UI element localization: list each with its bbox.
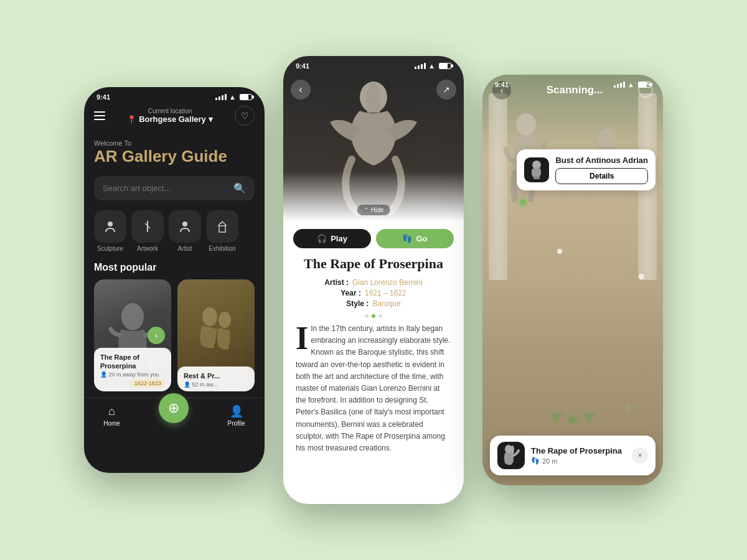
ar-info-card: Bust of Antinous Adrian Details <box>517 149 655 190</box>
artwork-card-2[interactable]: Rest & Pr... 👤 52 m aw... <box>177 279 255 391</box>
categories-row: Sculpture Artwork Artist Exhibition <box>84 208 265 259</box>
status-bar-3: 9:41 ▲ <box>482 75 663 91</box>
location-name: Borhgese Gallery <box>139 114 206 124</box>
hide-button[interactable]: ⌃ Hide <box>357 205 390 215</box>
sculpture-icon <box>94 210 126 243</box>
welcome-text: Welcome To <box>94 139 255 147</box>
svg-rect-4 <box>219 226 225 232</box>
artwork-name-2: Rest & Pr... <box>184 371 248 380</box>
home-header: Current location 📍 Borhgese Gallery ▾ ♡ <box>84 103 265 132</box>
phone-detail: 9:41 ▲ ‹ ↗ ⌃ Hide 🎧 Pl <box>283 56 464 504</box>
triangle-1 <box>550 413 563 423</box>
artworks-row: › The Rape ofProserpina 👤 20 m away from… <box>94 279 255 391</box>
ar-scan-button[interactable]: ⊕ <box>159 393 189 423</box>
ar-details-button[interactable]: Details <box>555 168 648 184</box>
battery-icon-3 <box>638 82 651 88</box>
footsteps-icon: 👣 <box>402 234 412 243</box>
status-icons-1: ▲ <box>215 93 252 101</box>
triangle-3 <box>583 413 595 423</box>
artwork-detail-content: The Rape of Proserpina Artist : Gian Lor… <box>283 253 464 464</box>
ar-bottom-title: The Rape of Proserpina <box>531 446 626 455</box>
status-bar-1: 9:41 ▲ <box>84 87 265 103</box>
artwork-meta-2: 👤 52 m aw... <box>184 381 248 388</box>
exhibition-icon <box>206 210 238 243</box>
status-bar-2: 9:41 ▲ <box>283 56 464 72</box>
wifi-icon-3: ▲ <box>627 81 634 88</box>
wifi-icon-2: ▲ <box>428 62 435 70</box>
search-icon: 🔍 <box>233 182 246 194</box>
ar-dot-white-1 <box>557 249 562 254</box>
favorites-button[interactable]: ♡ <box>235 106 255 126</box>
ar-card-close-button[interactable]: × <box>632 447 648 464</box>
page-dots <box>296 314 451 318</box>
ar-bottom-card: The Rape of Proserpina 👣 20 m × <box>490 436 655 475</box>
ar-dot-tan-1 <box>626 404 632 411</box>
svg-point-3 <box>182 222 187 226</box>
status-time-2: 9:41 <box>296 62 309 70</box>
location-block: Current location 📍 Borhgese Gallery ▾ <box>127 108 213 124</box>
svg-point-15 <box>505 445 512 454</box>
back-button[interactable]: ‹ <box>291 80 311 100</box>
nav-home[interactable]: ⌂ Home <box>103 405 120 427</box>
svg-point-7 <box>202 307 217 326</box>
phone-ar: 9:41 ▲ <box>482 75 663 485</box>
ar-dot-white-2 <box>639 274 644 279</box>
search-bar[interactable]: 🔍 <box>94 176 255 200</box>
nav-home-label: Home <box>103 420 120 427</box>
ar-bottom-card-info: The Rape of Proserpina 👣 20 m <box>531 446 626 465</box>
cat-label-exhibition: Exhibition <box>209 245 235 252</box>
drop-cap-letter: I <box>296 325 308 352</box>
menu-button[interactable] <box>94 111 105 120</box>
battery-icon <box>240 94 252 100</box>
category-artist[interactable]: Artist <box>169 210 201 252</box>
ar-card-text: Bust of Antinous Adrian Details <box>555 156 648 184</box>
dot-2 <box>372 314 375 318</box>
artwork-meta-1: 👤 20 m away from you <box>100 371 165 378</box>
attr-artist: Artist : Gian Lorenzo Bernini <box>296 278 451 287</box>
navigate-button[interactable]: 👣 Go <box>376 229 454 248</box>
signal-icon <box>215 94 227 100</box>
ar-dot-green-1 <box>520 199 526 205</box>
status-icons-3: ▲ <box>614 81 651 88</box>
phone-home: 9:41 ▲ Current location 📍 Borhgese Galle… <box>84 87 265 473</box>
status-icons-2: ▲ <box>415 62 451 70</box>
status-time-3: 9:41 <box>495 81 509 88</box>
most-popular-section: Most popular › The Rape ofProserpina <box>84 259 265 398</box>
chevron-down-icon: ▾ <box>209 114 213 124</box>
category-exhibition[interactable]: Exhibition <box>206 210 238 252</box>
ar-bottom-thumb <box>497 442 525 469</box>
svg-point-11 <box>598 128 616 148</box>
search-input[interactable] <box>103 184 228 193</box>
attr-year: Year : 1621 – 1622 <box>296 289 451 297</box>
artwork-info-1: The Rape ofProserpina 👤 20 m away from y… <box>94 348 171 392</box>
play-audio-button[interactable]: 🎧 Play <box>293 229 371 248</box>
nav-profile[interactable]: 👤 Profile <box>227 404 245 427</box>
svg-point-6 <box>121 303 144 330</box>
welcome-section: Welcome To AR Gallery Guide <box>84 132 265 169</box>
nav-profile-label: Profile <box>227 420 245 427</box>
app-title: AR Gallery Guide <box>94 147 255 166</box>
next-artwork-button[interactable]: › <box>148 327 165 344</box>
attr-style: Style : Baroque <box>296 299 451 308</box>
bottom-nav: ⌂ Home ⊕ 👤 Profile <box>84 398 265 437</box>
location-label: Current location <box>127 108 213 114</box>
artwork-detail-title: The Rape of Proserpina <box>296 256 451 272</box>
location-row[interactable]: 📍 Borhgese Gallery ▾ <box>127 114 213 124</box>
svg-point-10 <box>516 113 536 136</box>
svg-rect-14 <box>533 176 540 179</box>
ar-bottom-distance: 👣 20 m <box>531 457 626 465</box>
artist-icon <box>169 210 201 243</box>
svg-point-8 <box>218 312 231 328</box>
cat-label-artist: Artist <box>178 245 192 252</box>
share-button[interactable]: ↗ <box>436 80 456 100</box>
ar-card-title: Bust of Antinous Adrian <box>555 156 648 166</box>
svg-point-5 <box>220 223 222 224</box>
wifi-icon: ▲ <box>229 93 236 101</box>
artwork-year-1: 1622-1623 <box>131 379 165 388</box>
category-sculpture[interactable]: Sculpture <box>94 210 126 252</box>
triangle-2 <box>566 413 579 423</box>
artwork-distance-1: 👤 20 m away from you <box>100 371 159 378</box>
status-time-1: 9:41 <box>96 93 110 101</box>
artwork-card-1[interactable]: › The Rape ofProserpina 👤 20 m away from… <box>94 279 171 391</box>
category-artwork[interactable]: Artwork <box>131 210 164 252</box>
